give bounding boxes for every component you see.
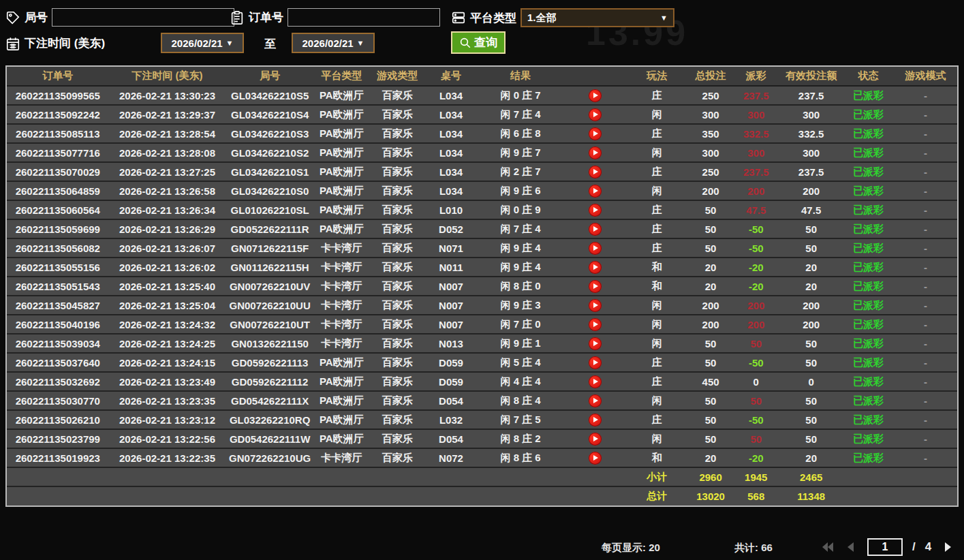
play-video-icon[interactable] <box>589 146 602 159</box>
date-from-picker[interactable]: 2026/02/21 ▼ <box>161 33 244 53</box>
play-video-icon[interactable] <box>589 127 602 140</box>
status-cell: 已派彩 <box>843 410 894 429</box>
playtype-cell: 闲 <box>625 181 689 200</box>
gametype-cell: 百家乐 <box>369 200 426 219</box>
valid-cell: 237.5 <box>779 162 843 181</box>
first-page-icon[interactable] <box>821 540 835 554</box>
status-cell: 已派彩 <box>843 200 894 219</box>
gametype-cell: 百家乐 <box>369 143 426 162</box>
tableno-cell: L034 <box>426 143 477 162</box>
play-video-icon[interactable] <box>589 185 602 198</box>
time-cell: 2026-02-21 13:25:04 <box>109 296 226 315</box>
total-row-cell: 568 <box>732 486 779 505</box>
search-button[interactable]: 查询 <box>451 31 506 54</box>
total-row-cell <box>843 486 894 505</box>
platform-cell: PA欧洲厅 <box>314 429 369 448</box>
status-cell: 已派彩 <box>843 258 894 277</box>
playtype-cell: 和 <box>625 258 689 277</box>
play-video-icon[interactable] <box>589 280 602 293</box>
playtype-cell: 闲 <box>625 143 689 162</box>
total-row-cell <box>7 486 109 505</box>
result-cell: 闲 2 庄 7 <box>476 162 564 181</box>
mode-cell: - <box>894 410 957 429</box>
play-cell <box>565 143 625 162</box>
play-video-icon[interactable] <box>589 261 602 274</box>
play-video-icon[interactable] <box>589 414 602 426</box>
play-video-icon[interactable] <box>589 356 602 369</box>
play-cell <box>565 105 625 124</box>
result-cell: 闲 8 庄 2 <box>476 429 564 448</box>
gametype-cell: 百家乐 <box>369 238 426 258</box>
order-input[interactable] <box>287 8 440 27</box>
valid-cell: 300 <box>779 143 843 162</box>
page-number-input[interactable] <box>867 538 903 556</box>
mode-cell: - <box>894 429 957 448</box>
date-range-to-label: 至 <box>264 36 276 52</box>
date-to-picker[interactable]: 2026/02/21 ▼ <box>292 33 375 53</box>
play-video-icon[interactable] <box>589 223 602 236</box>
valid-cell: 20 <box>779 258 843 277</box>
platform-cell: 卡卡湾厅 <box>314 277 369 296</box>
table-row: 2602211350551562026-02-21 13:26:02GN0112… <box>7 258 957 277</box>
payout-cell: 200 <box>732 315 779 334</box>
gametype-cell: 百家乐 <box>369 162 426 181</box>
valid-cell: 50 <box>779 238 843 258</box>
subtotal-row: 小计296019452465 <box>7 467 957 486</box>
round-input[interactable] <box>52 8 234 27</box>
table-row: 2602211350376402026-02-21 13:24:15GD0592… <box>7 353 957 372</box>
play-video-icon[interactable] <box>589 166 602 178</box>
time-cell: 2026-02-21 13:26:29 <box>109 219 226 238</box>
table-row: 2602211350326922026-02-21 13:23:49GD0592… <box>7 372 957 391</box>
order-cell: 260221135051543 <box>7 277 109 296</box>
platform-select[interactable]: 1.全部 ▼ <box>520 8 674 27</box>
prev-page-icon[interactable] <box>844 540 858 554</box>
status-cell: 已派彩 <box>843 162 894 181</box>
time-cell: 2026-02-21 13:27:25 <box>109 162 226 181</box>
payout-cell: 200 <box>732 296 779 315</box>
subtotal-row-cell <box>476 467 564 486</box>
play-video-icon[interactable] <box>589 318 602 331</box>
table-row: 2602211350307702026-02-21 13:23:35GD0542… <box>7 391 957 410</box>
mode-cell: - <box>894 391 957 410</box>
play-video-icon[interactable] <box>589 299 602 312</box>
play-video-icon[interactable] <box>589 242 602 255</box>
valid-cell: 0 <box>779 372 843 391</box>
tableno-cell: N011 <box>426 258 477 277</box>
order-cell: 260221135060564 <box>7 200 109 219</box>
bet-cell: 200 <box>689 296 733 315</box>
payout-cell: 0 <box>732 372 779 391</box>
tag-icon <box>5 10 20 25</box>
play-video-icon[interactable] <box>589 433 602 446</box>
round-cell: GL034262210S4 <box>226 105 313 124</box>
payout-cell: 50 <box>732 334 779 353</box>
subtotal-row-cell <box>314 467 369 486</box>
result-cell: 闲 9 庄 4 <box>476 258 564 277</box>
next-page-icon[interactable] <box>941 540 954 554</box>
play-cell <box>565 200 625 219</box>
table-row: 2602211350262102026-02-21 13:23:12GL0322… <box>7 410 957 429</box>
play-video-icon[interactable] <box>589 108 602 121</box>
play-video-icon[interactable] <box>589 337 602 350</box>
total-count-label: 共计: 66 <box>734 542 773 555</box>
play-video-icon[interactable] <box>589 452 602 465</box>
valid-cell: 200 <box>779 315 843 334</box>
table-row: 2602211350777162026-02-21 13:28:08GL0342… <box>7 143 957 162</box>
tableno-cell: N072 <box>426 448 477 467</box>
subtotal-row-cell <box>894 467 957 486</box>
valid-cell: 50 <box>779 219 843 238</box>
total-row-cell <box>894 486 957 505</box>
play-video-icon[interactable] <box>589 394 602 407</box>
play-video-icon[interactable] <box>589 89 602 102</box>
total-row-cell <box>109 486 226 505</box>
gametype-cell: 百家乐 <box>369 315 426 334</box>
play-video-icon[interactable] <box>589 204 602 217</box>
order-cell: 260221135059699 <box>7 219 109 238</box>
subtotal-row-cell <box>426 467 477 486</box>
play-video-icon[interactable] <box>589 375 602 388</box>
order-cell: 260221135064859 <box>7 181 109 200</box>
column-header: 平台类型 <box>314 67 369 86</box>
platform-cell: PA欧洲厅 <box>314 162 369 181</box>
gametype-cell: 百家乐 <box>369 448 426 467</box>
status-cell: 已派彩 <box>843 429 894 448</box>
valid-cell: 300 <box>779 105 843 124</box>
